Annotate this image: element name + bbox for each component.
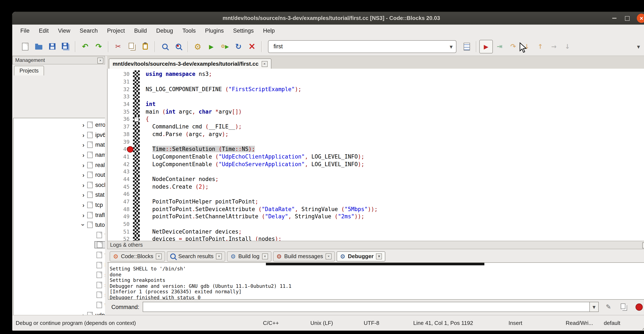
- tree-item-trafl[interactable]: ›trafl: [14, 210, 105, 220]
- chevron-right-icon[interactable]: ›: [80, 131, 86, 139]
- line-number[interactable]: 52: [108, 236, 133, 241]
- line-number[interactable]: 46: [108, 191, 133, 197]
- build-button[interactable]: [191, 40, 204, 53]
- line-number[interactable]: 35: [108, 109, 133, 115]
- copy-button[interactable]: [125, 40, 138, 53]
- chevron-right-icon[interactable]: ›: [80, 151, 86, 159]
- resize-grip[interactable]: [642, 322, 644, 330]
- menu-debug[interactable]: Debug: [152, 25, 178, 37]
- menu-search[interactable]: Search: [75, 25, 102, 37]
- chevron-down-icon[interactable]: [450, 43, 452, 50]
- debugger-log[interactable]: Setting SHELL to '/bin/sh'doneSetting br…: [108, 262, 644, 300]
- save-all-button[interactable]: [59, 40, 72, 53]
- stop-debugger-button[interactable]: [634, 302, 644, 312]
- tree-item-tcp[interactable]: ›tcp: [14, 200, 105, 210]
- chevron-right-icon[interactable]: ›: [80, 171, 86, 179]
- tree-item-sock[interactable]: ›sock: [14, 180, 105, 190]
- breakpoint-icon[interactable]: [127, 146, 133, 153]
- line-number[interactable]: 41: [108, 153, 133, 160]
- line-number[interactable]: 50: [108, 221, 133, 227]
- chevron-right-icon[interactable]: ›: [80, 141, 86, 149]
- line-number[interactable]: 31: [108, 78, 133, 85]
- menu-project[interactable]: Project: [102, 25, 130, 37]
- log-tab-build-log[interactable]: Build log×: [227, 251, 272, 261]
- tree-item-erro[interactable]: ›erro: [14, 120, 105, 130]
- copy-log-button[interactable]: [618, 302, 629, 312]
- menu-edit[interactable]: Edit: [34, 25, 54, 37]
- run-button[interactable]: [204, 40, 218, 53]
- line-number[interactable]: 47: [108, 198, 133, 205]
- tree-item-se[interactable]: se: [14, 280, 105, 290]
- menu-tools[interactable]: Tools: [178, 25, 200, 37]
- menu-settings[interactable]: Settings: [228, 25, 258, 37]
- tree-item-udp[interactable]: ›udp: [14, 310, 105, 315]
- line-number[interactable]: 39: [108, 138, 133, 145]
- close-icon[interactable]: ×: [326, 253, 332, 259]
- line-number[interactable]: 42: [108, 161, 133, 167]
- code-editor[interactable]: 30using namespace ns3;3132NS_LOG_COMPONE…: [107, 69, 644, 241]
- line-number[interactable]: 32: [108, 86, 133, 92]
- command-history-dropdown[interactable]: [590, 302, 599, 312]
- tree-item-ipv6[interactable]: ›ipv6: [14, 130, 105, 140]
- line-number[interactable]: 38: [108, 131, 133, 137]
- step-out-button[interactable]: [534, 40, 547, 53]
- close-icon[interactable]: ×: [156, 253, 162, 259]
- chevron-right-icon[interactable]: ›: [80, 161, 86, 168]
- abort-build-button[interactable]: [245, 40, 259, 53]
- menu-file[interactable]: File: [16, 25, 34, 37]
- tree-item-he[interactable]: he: [14, 260, 105, 270]
- command-input[interactable]: [143, 302, 590, 312]
- line-number[interactable]: 44: [108, 176, 133, 182]
- run-to-cursor-button[interactable]: [493, 40, 506, 53]
- open-file-button[interactable]: [32, 40, 45, 53]
- step-into-instruction-button[interactable]: [560, 40, 574, 53]
- line-number[interactable]: 37: [108, 123, 133, 130]
- build-target-combo[interactable]: first: [268, 40, 456, 53]
- rebuild-button[interactable]: [232, 40, 245, 53]
- tree-item-fir[interactable]: fir: [14, 240, 105, 250]
- minimize-button[interactable]: [610, 14, 619, 23]
- chevron-right-icon[interactable]: ›: [80, 211, 86, 218]
- close-icon[interactable]: ×: [262, 253, 268, 259]
- save-button[interactable]: [45, 40, 59, 53]
- line-number[interactable]: 43: [108, 168, 133, 175]
- replace-button[interactable]: [172, 40, 185, 53]
- close-icon[interactable]: ×: [216, 253, 222, 259]
- menu-plugins[interactable]: Plugins: [200, 25, 228, 37]
- tree-item-se[interactable]: se: [14, 270, 105, 280]
- title-bar[interactable]: mnt/dev/tools/source/ns-3-dev/examples/t…: [12, 12, 644, 25]
- fold-marker-icon[interactable]: –: [134, 117, 139, 122]
- chevron-right-icon[interactable]: ›: [80, 121, 86, 129]
- line-number[interactable]: 49: [108, 213, 133, 220]
- paste-button[interactable]: [138, 40, 152, 53]
- log-tab-search-results[interactable]: Search results×: [167, 251, 225, 261]
- chevron-down-icon[interactable]: ›: [80, 222, 87, 228]
- line-number[interactable]: 48: [108, 206, 133, 212]
- next-instruction-button[interactable]: [547, 40, 560, 53]
- tree-item-th[interactable]: th: [14, 300, 105, 310]
- next-line-button[interactable]: [506, 40, 520, 53]
- line-number[interactable]: 34: [108, 101, 133, 107]
- tab-projects[interactable]: Projects: [14, 66, 44, 76]
- toolbar-overflow-button[interactable]: [632, 40, 644, 53]
- tree-item-real[interactable]: ›real: [14, 160, 105, 170]
- line-number[interactable]: 33: [108, 94, 133, 100]
- log-tab-debugger[interactable]: Debugger×: [336, 251, 385, 261]
- debug-continue-button[interactable]: [479, 40, 493, 53]
- redo-button[interactable]: [92, 40, 106, 53]
- tree-item-rout[interactable]: ›rout: [14, 170, 105, 180]
- log-tab-code-blocks[interactable]: Code::Blocks×: [110, 251, 165, 261]
- compile-current-file-button[interactable]: [460, 40, 473, 53]
- build-and-run-button[interactable]: [218, 40, 232, 53]
- close-icon[interactable]: ×: [98, 58, 103, 64]
- tree-item-fo[interactable]: fo: [14, 250, 105, 260]
- new-file-button[interactable]: [18, 40, 32, 53]
- menu-view[interactable]: View: [53, 25, 75, 37]
- undo-button[interactable]: [78, 40, 92, 53]
- line-number[interactable]: 36: [108, 116, 133, 122]
- cut-button[interactable]: [111, 40, 125, 53]
- line-number[interactable]: 51: [108, 228, 133, 235]
- menu-build[interactable]: Build: [130, 25, 152, 37]
- tree-item-six[interactable]: six: [14, 290, 105, 300]
- tree-item-fif[interactable]: fif: [14, 230, 105, 240]
